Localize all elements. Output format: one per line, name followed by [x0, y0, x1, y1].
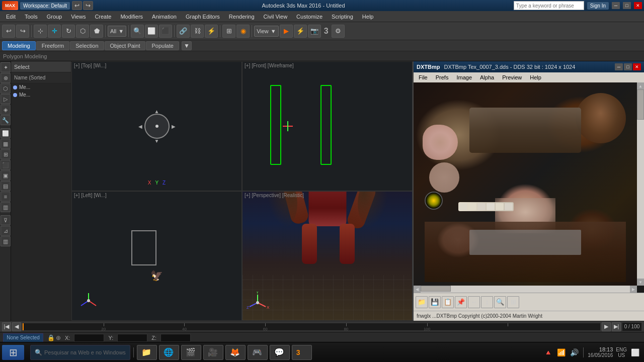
- close-btn[interactable]: ✕: [634, 2, 642, 9]
- viewport-perspective[interactable]: [+] [Perspective] [Realistic]: [242, 191, 413, 321]
- taskbar-firefox[interactable]: 🦊: [225, 345, 246, 360]
- dxtbmp-menu-file[interactable]: File: [416, 74, 431, 81]
- filter-dropdown[interactable]: All ▼: [108, 26, 126, 37]
- icon8[interactable]: ▦: [1, 139, 11, 149]
- dxtbmp-maximize-btn[interactable]: □: [624, 63, 632, 70]
- scroll-up-btn[interactable]: ▲: [637, 82, 644, 89]
- tray-up-arrow[interactable]: 🔺: [543, 347, 553, 357]
- motion-icon[interactable]: ▷: [1, 94, 11, 104]
- dxtbmp-menu-help[interactable]: Help: [527, 74, 544, 81]
- icon15[interactable]: ⊽: [1, 215, 11, 225]
- more-options-btn[interactable]: ▼: [182, 41, 192, 50]
- timeline-end-btn[interactable]: ▶|: [612, 322, 621, 331]
- dxt-flip-h-btn[interactable]: ↔: [468, 296, 480, 308]
- dxtbmp-hscroll[interactable]: ◀ ▶: [414, 286, 637, 293]
- scroll-left-btn[interactable]: ◀: [414, 286, 421, 293]
- taskbar-file-explorer[interactable]: 📁: [137, 345, 157, 360]
- taskbar-3dsmax[interactable]: 3: [292, 345, 312, 360]
- timeline-next-btn[interactable]: ▶: [602, 322, 611, 331]
- dxtbmp-close-btn[interactable]: ✕: [633, 63, 641, 70]
- lang-indicator[interactable]: ENG US: [616, 347, 627, 358]
- select-move-btn[interactable]: ✛: [48, 25, 61, 38]
- menu-animation[interactable]: Animation: [148, 13, 181, 21]
- scroll-right-btn[interactable]: ▶: [630, 286, 637, 293]
- icon9[interactable]: ⊞: [1, 149, 11, 159]
- icon7[interactable]: ⬜: [1, 128, 11, 138]
- menu-modifiers[interactable]: Modifiers: [116, 13, 147, 21]
- render-to-tex-btn[interactable]: 📷: [308, 25, 321, 38]
- scroll-thumb[interactable]: [637, 89, 644, 120]
- modify-icon[interactable]: ⊗: [1, 73, 11, 83]
- menu-scripting[interactable]: Scripting: [328, 13, 357, 21]
- redo-btn[interactable]: ↪: [83, 1, 93, 10]
- tree-item-2[interactable]: Me...: [11, 91, 71, 99]
- dxtbmp-menu-preview[interactable]: Preview: [499, 74, 525, 81]
- taskbar-app2[interactable]: 🎥: [203, 345, 223, 360]
- taskbar-app1[interactable]: 🎬: [181, 345, 201, 360]
- timeline-track[interactable]: 20 40 60 80 100: [22, 323, 601, 331]
- tree-item-1[interactable]: Me...: [11, 83, 71, 91]
- hscroll-thumb[interactable]: [421, 286, 451, 292]
- unlink-btn[interactable]: ⛓: [191, 25, 204, 38]
- select-scale-btn[interactable]: ⬡: [76, 25, 89, 38]
- dxt-open-btn[interactable]: 📁: [416, 296, 428, 308]
- taskbar-skype[interactable]: 💬: [270, 345, 290, 360]
- timeline-start-btn[interactable]: |◀: [2, 322, 11, 331]
- populate-tab[interactable]: Populate: [146, 41, 179, 50]
- freeform-tab[interactable]: Freeform: [36, 41, 70, 50]
- menu-civil-view[interactable]: Civil View: [260, 13, 291, 21]
- hierarchy-icon[interactable]: ⬡: [1, 83, 11, 94]
- dxtbmp-menu-image[interactable]: Image: [453, 74, 475, 81]
- material-editor-btn[interactable]: ◉: [236, 25, 250, 38]
- viewport-top[interactable]: [+] [Top] [Wi...] ▲ ▼ ◀ ▶ X Y Z: [71, 61, 242, 191]
- select-object-btn[interactable]: ⊹: [34, 25, 47, 38]
- scroll-down-btn[interactable]: ▼: [637, 279, 644, 286]
- menu-customize[interactable]: Customize: [292, 13, 327, 21]
- taskbar-app3[interactable]: 🎮: [248, 345, 268, 360]
- sign-in-btn[interactable]: Sign In: [587, 2, 609, 10]
- z-coord-input[interactable]: [160, 334, 191, 342]
- modeling-tab[interactable]: Modeling: [2, 41, 36, 50]
- icon14[interactable]: ▥: [1, 202, 11, 212]
- select-rotate-btn[interactable]: ↻: [62, 25, 75, 38]
- y-coord-input[interactable]: [117, 334, 147, 342]
- create-icon[interactable]: ✦: [1, 62, 11, 72]
- dxtbmp-menu-prefs[interactable]: Prefs: [433, 74, 452, 81]
- rect-select-btn[interactable]: ⬜: [145, 25, 158, 38]
- network-icon[interactable]: 📶: [556, 347, 566, 357]
- workspace-dropdown[interactable]: Workspace: Default: [20, 2, 70, 10]
- dxt-zoom-btn[interactable]: 🔍: [494, 296, 506, 308]
- view-mode-dropdown[interactable]: View ▼: [254, 26, 279, 37]
- menu-tools[interactable]: Tools: [21, 13, 42, 21]
- dxt-flip-v-btn[interactable]: ↕: [481, 296, 493, 308]
- redo-toolbar-btn[interactable]: ↪: [16, 25, 29, 38]
- viewport-left[interactable]: [+] [Left] [Wi...] 🦅: [71, 191, 242, 321]
- icon10[interactable]: ⬛: [1, 160, 11, 170]
- window-cross-btn[interactable]: ⬛: [159, 25, 172, 38]
- menu-group[interactable]: Group: [43, 13, 66, 21]
- menu-views[interactable]: Views: [67, 13, 90, 21]
- taskbar-edge[interactable]: 🌐: [159, 345, 179, 360]
- dxtbmp-minimize-btn[interactable]: ─: [615, 63, 623, 70]
- icon11[interactable]: ▣: [1, 170, 11, 180]
- bind-spacewarp-btn[interactable]: ⚡: [205, 25, 218, 38]
- undo-btn[interactable]: ↩: [72, 1, 82, 10]
- clock-area[interactable]: 18:13 16/05/2016: [588, 346, 613, 358]
- link-btn[interactable]: 🔗: [177, 25, 190, 38]
- minimize-btn[interactable]: ─: [612, 2, 620, 9]
- display-icon[interactable]: ◈: [1, 105, 11, 115]
- object-paint-tab[interactable]: Object Paint: [105, 41, 146, 50]
- render-frame-btn[interactable]: ▶: [280, 25, 293, 38]
- dxt-copy-btn[interactable]: 📋: [442, 296, 454, 308]
- menu-create[interactable]: Create: [91, 13, 115, 21]
- undo-toolbar-btn[interactable]: ↩: [2, 25, 15, 38]
- dxt-paste-btn[interactable]: 📌: [455, 296, 467, 308]
- dxt-save-btn[interactable]: 💾: [429, 296, 441, 308]
- select-by-name-btn[interactable]: 🔍: [131, 25, 144, 38]
- dxtbmp-vscroll[interactable]: ▲ ▼: [637, 82, 644, 286]
- schematic-btn[interactable]: ⊞: [222, 25, 235, 38]
- maximize-btn[interactable]: □: [623, 2, 631, 9]
- x-coord-input[interactable]: [74, 334, 104, 342]
- start-button[interactable]: ⊞: [2, 345, 24, 360]
- icon16[interactable]: ⊿: [1, 226, 11, 236]
